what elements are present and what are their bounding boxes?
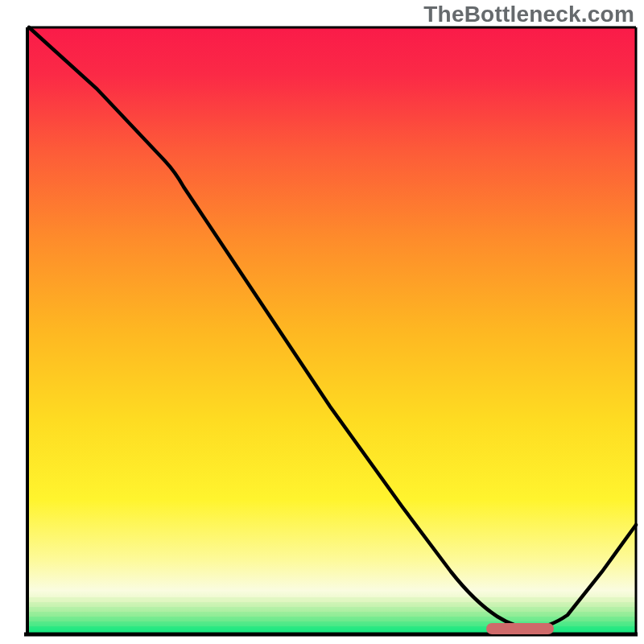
- chart-container: TheBottleneck.com: [0, 0, 644, 644]
- optimal-range-marker: [486, 623, 554, 634]
- bottleneck-chart-svg: [0, 0, 644, 644]
- svg-rect-4: [27, 617, 636, 621]
- svg-rect-3: [27, 612, 636, 617]
- svg-rect-0: [27, 597, 636, 602]
- plot-area: [24, 27, 638, 636]
- watermark-text: TheBottleneck.com: [423, 2, 634, 27]
- svg-rect-1: [27, 602, 636, 607]
- svg-rect-2: [27, 607, 636, 612]
- gradient-background: [27, 27, 636, 633]
